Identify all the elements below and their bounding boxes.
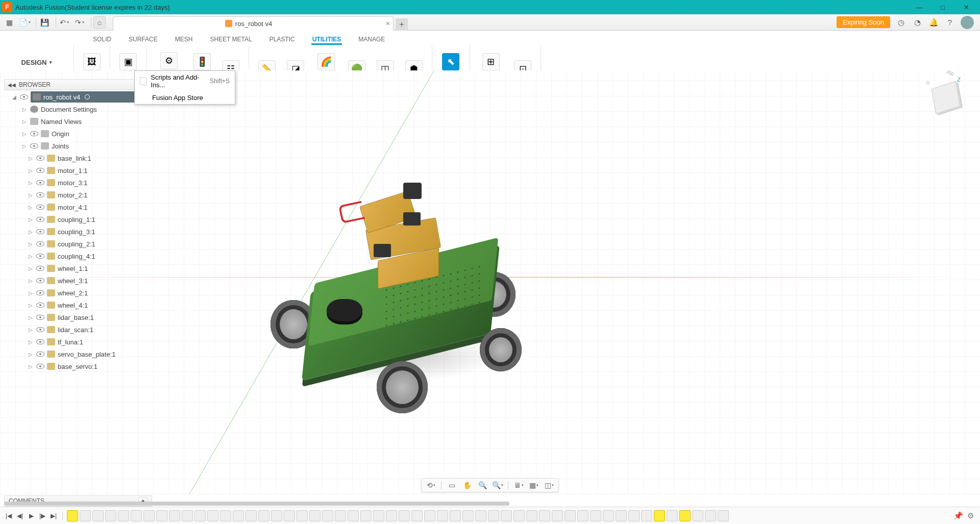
model-servo-2[interactable] (403, 212, 421, 226)
expand-icon[interactable]: ▷ (21, 107, 28, 112)
timeline-feature[interactable] (526, 510, 537, 521)
expand-icon[interactable]: ▷ (28, 278, 34, 284)
timeline-feature[interactable] (462, 510, 474, 521)
expand-icon[interactable]: ◢ (11, 94, 17, 100)
timeline-feature[interactable] (258, 510, 270, 521)
expand-icon[interactable]: ▷ (28, 192, 34, 198)
visibility-icon[interactable] (36, 315, 44, 320)
timeline-feature[interactable] (475, 510, 486, 521)
expand-icon[interactable]: ▷ (28, 303, 34, 308)
tab-sheet-metal[interactable]: SHEET METAL (209, 34, 253, 45)
window-close-button[interactable]: ✕ (954, 0, 978, 14)
timeline-feature[interactable] (679, 510, 691, 521)
timeline-feature[interactable] (322, 510, 333, 521)
timeline-feature[interactable] (718, 510, 729, 521)
timeline-step-fwd-button[interactable]: |▶ (38, 511, 47, 520)
visibility-icon[interactable] (36, 241, 44, 246)
window-minimize-button[interactable]: — (908, 0, 931, 14)
timeline-feature[interactable] (360, 510, 372, 521)
timeline-feature[interactable] (297, 510, 308, 521)
visibility-icon[interactable] (36, 278, 44, 283)
viewcube-cube[interactable] (932, 81, 961, 114)
timeline-feature[interactable] (654, 510, 665, 521)
grid-settings-button[interactable]: ▦ (529, 480, 539, 490)
timeline-feature[interactable] (169, 510, 180, 521)
visibility-icon[interactable] (30, 131, 38, 136)
orbit-button[interactable]: ⟲ (426, 480, 436, 490)
timeline-feature[interactable] (309, 510, 321, 521)
timeline-feature[interactable] (105, 510, 116, 521)
visibility-icon[interactable] (36, 364, 44, 369)
timeline-feature[interactable] (207, 510, 218, 521)
model-wheel-bl[interactable] (377, 361, 428, 413)
license-expiring-badge[interactable]: Expiring Soon (837, 16, 890, 28)
tree-item[interactable]: ▷motor_2:1 (9, 189, 152, 201)
user-avatar[interactable] (961, 16, 974, 29)
visibility-icon[interactable] (36, 266, 44, 271)
activate-radio-icon[interactable] (85, 94, 90, 99)
pan-button[interactable]: ✋ (462, 480, 472, 490)
expand-icon[interactable]: ▷ (28, 254, 34, 259)
timeline-feature[interactable] (552, 510, 563, 521)
tree-root-row[interactable]: ◢ ros_robot v4 (9, 91, 152, 103)
tree-item[interactable]: ▷coupling_2:1 (9, 238, 152, 250)
expand-icon[interactable]: ▷ (21, 143, 28, 149)
expand-icon[interactable]: ▷ (28, 180, 34, 186)
document-tab[interactable]: ros_robot v4 × (113, 16, 394, 31)
notifications-icon[interactable]: 🔔 (928, 17, 939, 28)
timeline-feature[interactable] (373, 510, 384, 521)
tab-mesh[interactable]: MESH (174, 34, 194, 45)
timeline-feature[interactable] (513, 510, 525, 521)
timeline-feature[interactable] (143, 510, 155, 521)
tree-item[interactable]: ▷Named Views (9, 115, 152, 128)
model-lidar[interactable] (327, 299, 362, 321)
expand-icon[interactable]: ▷ (28, 156, 34, 161)
visibility-icon[interactable] (36, 168, 44, 173)
browser-collapse-icon[interactable]: ◀◀ (8, 82, 16, 88)
save-button[interactable]: 💾 (38, 16, 51, 29)
window-maximize-button[interactable]: □ (931, 0, 954, 14)
timeline-feature[interactable] (194, 510, 206, 521)
timeline-play-button[interactable]: ▶ (27, 511, 36, 520)
timeline-feature[interactable] (220, 510, 231, 521)
timeline-start-button[interactable]: |◀ (4, 511, 13, 520)
expand-icon[interactable]: ▷ (28, 352, 34, 357)
redo-button[interactable]: ↷ (74, 16, 86, 29)
visibility-icon[interactable] (36, 303, 44, 308)
expand-icon[interactable]: ▷ (28, 205, 34, 210)
visibility-icon[interactable] (36, 229, 44, 234)
timeline-feature[interactable] (92, 510, 104, 521)
tab-plastic[interactable]: PLASTIC (268, 34, 296, 45)
look-at-button[interactable]: ▭ (447, 480, 457, 490)
timeline-feature[interactable] (667, 510, 678, 521)
visibility-icon[interactable] (36, 254, 44, 259)
timeline-settings-icon[interactable]: ⚙ (967, 511, 974, 520)
timeline-feature[interactable] (628, 510, 640, 521)
timeline-feature[interactable] (399, 510, 410, 521)
tree-item[interactable]: ▷base_servo:1 (9, 360, 152, 372)
visibility-icon[interactable] (36, 192, 44, 197)
viewcube-home-icon[interactable]: ⌂ (926, 79, 929, 86)
visibility-icon[interactable] (36, 352, 44, 357)
dropdown-scripts-addins[interactable]: Scripts and Add-Ins... Shift+S (135, 71, 235, 91)
timeline-feature[interactable] (411, 510, 423, 521)
tree-item[interactable]: ▷wheel_2:1 (9, 287, 152, 299)
expand-icon[interactable]: ▷ (21, 131, 28, 137)
timeline-feature[interactable] (424, 510, 435, 521)
tab-surface[interactable]: SURFACE (128, 34, 159, 45)
tab-solid[interactable]: SOLID (92, 34, 112, 45)
expand-icon[interactable]: ▷ (28, 266, 34, 271)
data-panel-button[interactable]: ▦ (3, 16, 15, 29)
scrollbar-thumb[interactable] (4, 502, 509, 506)
model-servo-1[interactable] (374, 244, 391, 257)
expand-icon[interactable]: ▷ (28, 241, 34, 247)
undo-button[interactable]: ↶ (58, 16, 70, 29)
visibility-icon[interactable] (36, 156, 44, 161)
model-camera[interactable] (403, 183, 422, 199)
tree-item[interactable]: ▷motor_3:1 (9, 177, 152, 189)
timeline-feature[interactable] (590, 510, 601, 521)
timeline-feature[interactable] (437, 510, 448, 521)
timeline-feature[interactable] (692, 510, 703, 521)
tree-item[interactable]: ▷tf_luna:1 (9, 336, 152, 348)
tree-item[interactable]: ▷wheel_1:1 (9, 262, 152, 275)
